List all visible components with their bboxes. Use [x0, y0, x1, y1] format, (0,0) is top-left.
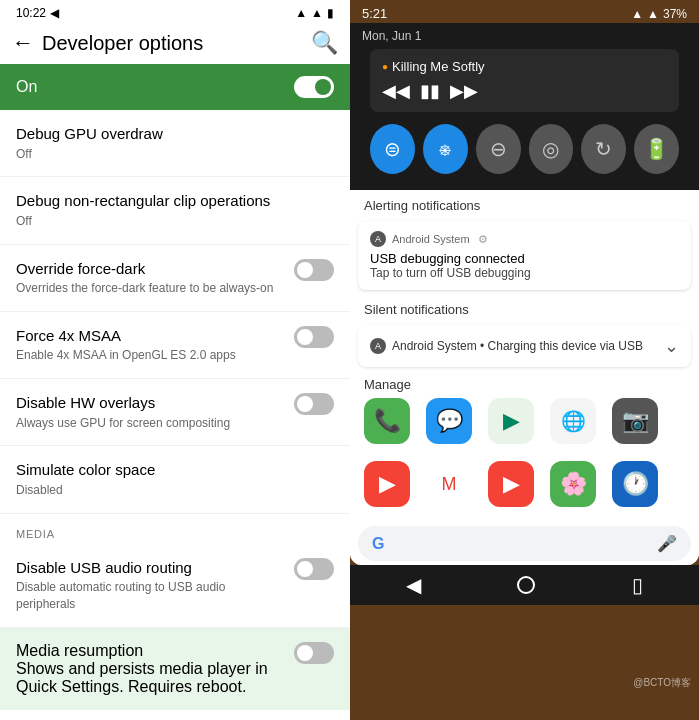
usb-audio-desc: Disable automatic routing to USB audio p…: [16, 579, 286, 613]
usb-audio-toggle[interactable]: [294, 558, 334, 580]
usb-audio-text: Disable USB audio routing Disable automa…: [16, 558, 294, 613]
notif-settings-icon: ⚙: [478, 233, 488, 246]
msaa-title: Force 4x MSAA: [16, 326, 286, 346]
google-search-bar[interactable]: G 🎤: [358, 526, 691, 561]
hw-overlays-item[interactable]: Disable HW overlays Always use GPU for s…: [0, 379, 350, 446]
phone-label: Phone: [373, 446, 402, 457]
settings-list: Debug GPU overdraw Off Debug non-rectang…: [0, 110, 350, 720]
on-row[interactable]: On: [0, 64, 350, 110]
battery-saver-tile[interactable]: 🔋: [634, 124, 679, 174]
pause-button[interactable]: ▮▮: [420, 80, 440, 102]
color-space-title: Simulate color space: [16, 460, 326, 480]
color-space-item[interactable]: Simulate color space Disabled: [0, 446, 350, 513]
messages-app[interactable]: 💬 Messages: [420, 398, 478, 457]
app-grid-row1: 📞 Phone 💬 Messages ▶ Play Store: [350, 396, 699, 459]
prev-button[interactable]: ◀◀: [382, 80, 410, 102]
debug-gpu-item[interactable]: Debug GPU overdraw Off: [0, 110, 350, 177]
play-store-app[interactable]: ▶ Play Store: [482, 398, 540, 457]
quick-tiles: ⊜ ⎈ ⊖ ◎ ↻ 🔋: [362, 116, 687, 182]
hw-overlays-desc: Always use GPU for screen compositing: [16, 415, 286, 432]
force-dark-toggle[interactable]: [294, 259, 334, 281]
youtube-music-app[interactable]: ▶ YouTube: [358, 461, 416, 520]
silent-text: Android System • Charging this device vi…: [392, 339, 643, 353]
play-store-label: Play Store: [488, 446, 534, 457]
chevron-down-icon[interactable]: ⌄: [664, 335, 679, 357]
media-resumption-toggle[interactable]: [294, 642, 334, 664]
youtube-app[interactable]: ▶ YouTube: [482, 461, 540, 520]
right-status-icons: ▲ ▲ 37%: [631, 7, 687, 21]
wifi-icon: ▲: [295, 6, 307, 20]
media-controls: ◀◀ ▮▮ ▶▶: [382, 80, 485, 102]
left-panel: 10:22 ◀ ▲ ▲ ▮ ← Developer options 🔍 On D…: [0, 0, 350, 720]
back-nav-button[interactable]: ◀: [406, 573, 421, 597]
silent-label: Silent notifications: [350, 294, 699, 321]
media-resumption-title: Media resumption: [16, 642, 286, 660]
usb-audio-item[interactable]: Disable USB audio routing Disable automa…: [0, 544, 350, 628]
hw-overlays-toggle[interactable]: [294, 393, 334, 415]
debug-clip-title: Debug non-rectangular clip operations: [16, 191, 326, 211]
force-dark-desc: Overrides the force-dark feature to be a…: [16, 280, 286, 297]
mic-icon[interactable]: 🎤: [657, 534, 677, 553]
photos-app[interactable]: 🌸 Photos: [544, 461, 602, 520]
battery-saver-tile-icon: 🔋: [644, 137, 669, 161]
search-button[interactable]: 🔍: [311, 30, 338, 56]
phone-app[interactable]: 📞 Phone: [358, 398, 416, 457]
debug-gpu-title: Debug GPU overdraw: [16, 124, 326, 144]
right-time: 5:21: [362, 6, 387, 21]
color-space-desc: Disabled: [16, 482, 326, 499]
media-section-label: MEDIA: [0, 514, 350, 544]
left-status-bar: 10:22 ◀ ▲ ▲ ▮: [0, 0, 350, 22]
recents-nav-button[interactable]: ▯: [632, 573, 643, 597]
top-bar: ← Developer options 🔍: [0, 22, 350, 64]
hw-overlays-title: Disable HW overlays: [16, 393, 286, 413]
camera-app[interactable]: 📷 Camera: [606, 398, 664, 457]
right-wifi-icon: ▲: [631, 7, 643, 21]
media-card[interactable]: ● Killing Me Softly ◀◀ ▮▮ ▶▶: [370, 49, 679, 112]
debug-gpu-text: Debug GPU overdraw Off: [16, 124, 334, 162]
developer-options-toggle[interactable]: [294, 76, 334, 98]
media-info: ● Killing Me Softly ◀◀ ▮▮ ▶▶: [382, 59, 485, 102]
right-signal-icon: ▲: [647, 7, 659, 21]
wifi-tile[interactable]: ⊜: [370, 124, 415, 174]
youtube-music-label: YouTube: [367, 509, 406, 520]
color-space-text: Simulate color space Disabled: [16, 460, 334, 498]
charging-notification[interactable]: A Android System • Charging this device …: [358, 325, 691, 367]
nav-bar: ◀ ▯: [350, 565, 699, 605]
flashlight-tile[interactable]: ◎: [529, 124, 574, 174]
gmail-label: Gmail: [436, 509, 462, 520]
dnd-tile[interactable]: ⊖: [476, 124, 521, 174]
msaa-toggle[interactable]: [294, 326, 334, 348]
media-dot: ●: [382, 61, 388, 72]
chrome-app[interactable]: 🌐 Chrome: [544, 398, 602, 457]
on-label: On: [16, 78, 37, 96]
phone-icon: 📞: [364, 398, 410, 444]
left-status-left: 10:22 ◀: [16, 6, 59, 20]
media-resumption-text: Media resumption Shows and persists medi…: [16, 642, 294, 696]
notif-title: USB debugging connected: [370, 251, 679, 266]
clock-app[interactable]: 🕐 Clock: [606, 461, 664, 520]
manage-label: Manage: [350, 371, 699, 396]
notification-shade: Mon, Jun 1 ● Killing Me Softly ◀◀ ▮▮ ▶▶: [350, 23, 699, 565]
next-button[interactable]: ▶▶: [450, 80, 478, 102]
debug-clip-item[interactable]: Debug non-rectangular clip operations Of…: [0, 177, 350, 244]
force-dark-item[interactable]: Override force-dark Overrides the force-…: [0, 245, 350, 312]
chrome-label: Chrome: [555, 446, 591, 457]
shade-date: Mon, Jun 1: [362, 29, 687, 43]
tile-row-1: ⊜ ⎈ ⊖ ◎ ↻ 🔋: [370, 124, 679, 174]
dnd-tile-icon: ⊖: [490, 137, 507, 161]
gmail-app[interactable]: M Gmail: [420, 461, 478, 520]
photos-icon: 🌸: [550, 461, 596, 507]
media-resumption-item[interactable]: Media resumption Shows and persists medi…: [0, 628, 350, 710]
battery-icon: ▮: [327, 6, 334, 20]
bluetooth-tile[interactable]: ⎈: [423, 124, 468, 174]
usb-debug-notification[interactable]: A Android System ⚙ USB debugging connect…: [358, 221, 691, 290]
back-button[interactable]: ←: [12, 30, 34, 56]
debug-clip-text: Debug non-rectangular clip operations Of…: [16, 191, 334, 229]
home-nav-button[interactable]: [517, 576, 535, 594]
youtube-label: YouTube: [491, 509, 530, 520]
rotate-tile[interactable]: ↻: [581, 124, 626, 174]
msaa-desc: Enable 4x MSAA in OpenGL ES 2.0 apps: [16, 347, 286, 364]
msaa-item[interactable]: Force 4x MSAA Enable 4x MSAA in OpenGL E…: [0, 312, 350, 379]
right-status-bar: 5:21 ▲ ▲ 37%: [350, 0, 699, 23]
silent-android-icon: A: [370, 338, 386, 354]
